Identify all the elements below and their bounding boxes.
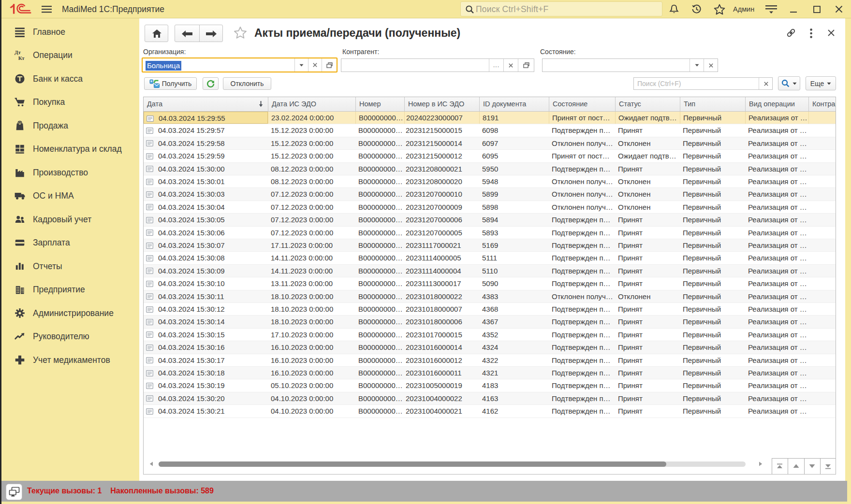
svg-text:Дт: Дт — [15, 49, 21, 55]
svg-text:Кт: Кт — [18, 55, 25, 61]
